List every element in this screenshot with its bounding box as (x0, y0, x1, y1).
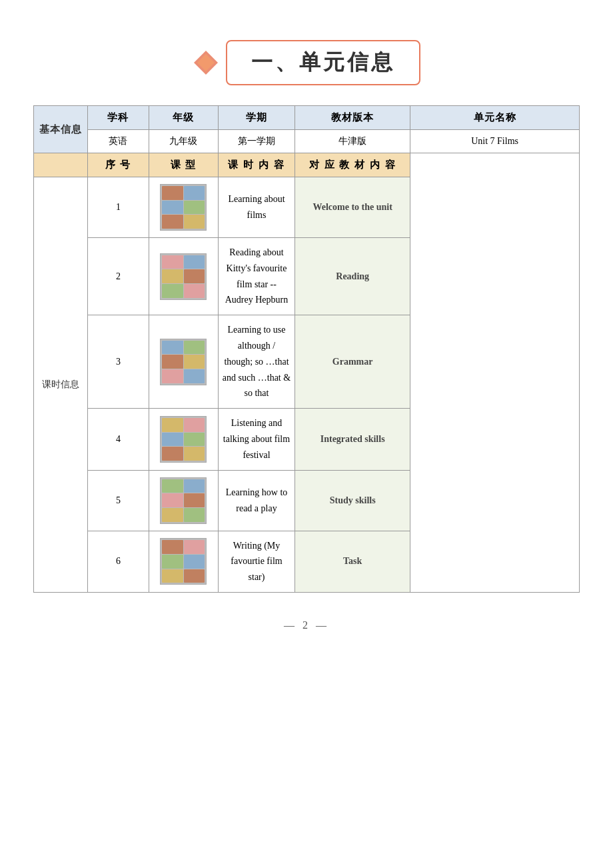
val-textbook: 牛津版 (295, 130, 410, 153)
lesson-num-2: 2 (87, 238, 149, 315)
lesson-content-4: Listening and talking about film festiva… (218, 409, 295, 470)
lesson-info-label-header (34, 153, 88, 177)
col-material: 对 应 教 材 内 容 (295, 153, 410, 177)
table-row: 4 Listening and talking about film festi… (34, 409, 580, 470)
lesson-thumb-5 (149, 470, 219, 531)
table-row: 6 Writing (My favourtie film star) Task (34, 531, 580, 592)
lesson-info-label: 课时信息 (34, 177, 88, 593)
table-row: 5 Learning how to read a play Study skil… (34, 470, 580, 531)
diamond-icon (193, 49, 219, 76)
val-subject: 英语 (87, 130, 149, 153)
table-row: 3 Learning to use although / though; so … (34, 315, 580, 409)
col-type: 课 型 (149, 153, 219, 177)
main-table: 基本信息 学科 年级 学期 教材版本 单元名称 英语 九年级 第一学期 牛津版 … (33, 105, 580, 593)
page-footer: — 2 — (33, 619, 580, 631)
lesson-content-2: Reading about Kitty's favourite film sta… (218, 238, 295, 315)
lesson-thumb-2 (149, 238, 219, 315)
basic-info-value-row: 英语 九年级 第一学期 牛津版 Unit 7 Films (34, 130, 580, 153)
lesson-num-3: 3 (87, 315, 149, 409)
table-row: 课时信息 1 Learning about films Welcome to t… (34, 177, 580, 238)
col-grade: 年级 (149, 106, 219, 130)
lesson-content-3: Learning to use although / though; so …t… (218, 315, 295, 409)
col-semester: 学期 (218, 106, 295, 130)
title-section: 一、单元信息 (33, 40, 580, 85)
lesson-material-2: Reading (295, 238, 410, 315)
lesson-material-4: Integrated skills (295, 409, 410, 470)
val-unit: Unit 7 Films (410, 130, 580, 153)
basic-info-label: 基本信息 (34, 106, 88, 153)
val-semester: 第一学期 (218, 130, 295, 153)
col-num: 序 号 (87, 153, 149, 177)
lesson-thumb-6 (149, 531, 219, 592)
col-subject: 学科 (87, 106, 149, 130)
page-title: 一、单元信息 (226, 40, 420, 85)
val-grade: 九年级 (149, 130, 219, 153)
lesson-num-6: 6 (87, 531, 149, 592)
col-unit: 单元名称 (410, 106, 580, 130)
lesson-thumb-1 (149, 177, 219, 238)
col-textbook: 教材版本 (295, 106, 410, 130)
lesson-material-5: Study skills (295, 470, 410, 531)
lesson-header-row: 序 号 课 型 课 时 内 容 对 应 教 材 内 容 (34, 153, 580, 177)
lesson-num-4: 4 (87, 409, 149, 470)
lesson-num-1: 1 (87, 177, 149, 238)
lesson-content-1: Learning about films (218, 177, 295, 238)
lesson-material-1: Welcome to the unit (295, 177, 410, 238)
table-row: 2 Reading about Kitty's favourite film s… (34, 238, 580, 315)
basic-info-header-row: 基本信息 学科 年级 学期 教材版本 单元名称 (34, 106, 580, 130)
lesson-thumb-3 (149, 315, 219, 409)
lesson-material-6: Task (295, 531, 410, 592)
lesson-num-5: 5 (87, 470, 149, 531)
col-content: 课 时 内 容 (218, 153, 295, 177)
svg-marker-1 (197, 54, 215, 71)
lesson-content-6: Writing (My favourtie film star) (218, 531, 295, 592)
lesson-thumb-4 (149, 409, 219, 470)
lesson-content-5: Learning how to read a play (218, 470, 295, 531)
lesson-material-3: Grammar (295, 315, 410, 409)
